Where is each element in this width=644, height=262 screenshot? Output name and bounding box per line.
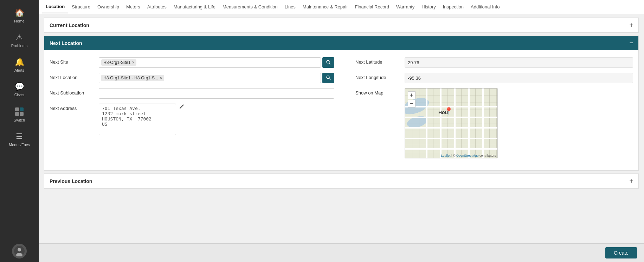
next-latitude-label: Next Latitude [355, 57, 405, 65]
tab-financial[interactable]: Financial Record [351, 1, 393, 13]
tab-navigation: Location Structure Ownership Meters Attr… [39, 0, 644, 14]
tab-location[interactable]: Location [42, 0, 68, 13]
current-location-expand-icon[interactable]: + [629, 21, 633, 29]
next-address-textarea[interactable]: 701 Texas Ave. 1232 mark street HOUSTON,… [99, 104, 176, 135]
show-on-map-label: Show on Map [355, 88, 405, 96]
map-road-v5 [482, 89, 484, 158]
next-location-title: Next Location [50, 40, 82, 46]
sidebar-item-home[interactable]: 🏠 Home [0, 4, 39, 28]
map-road-v2 [440, 89, 442, 158]
tab-lines[interactable]: Lines [281, 1, 299, 13]
map-pin: 📍 [444, 107, 453, 115]
svg-line-8 [329, 63, 331, 64]
map-zoom-in-button[interactable]: + [408, 91, 416, 99]
next-longitude-input[interactable] [405, 73, 633, 83]
svg-rect-1 [20, 107, 24, 111]
svg-rect-2 [15, 112, 19, 116]
current-location-header[interactable]: Current Location + [44, 18, 638, 32]
svg-point-5 [18, 248, 21, 251]
svg-point-7 [327, 60, 329, 63]
sidebar-item-alerts[interactable]: 🔔 Alerts [0, 53, 39, 77]
next-sublocation-input[interactable] [99, 88, 334, 99]
previous-location-title: Previous Location [50, 178, 92, 184]
next-longitude-control [405, 73, 633, 83]
svg-rect-0 [15, 107, 19, 111]
tab-warranty[interactable]: Warranty [393, 1, 418, 13]
previous-location-expand-icon[interactable]: + [629, 177, 633, 185]
tab-ownership[interactable]: Ownership [94, 1, 123, 13]
next-location-input[interactable]: H8-Org1-Site1 - H8-Org1-S... × [99, 73, 321, 83]
tab-inspection[interactable]: Inspection [439, 1, 467, 13]
tab-meters[interactable]: Meters [123, 1, 144, 13]
tab-additional[interactable]: Additional Info [467, 1, 503, 13]
next-site-label: Next Site [50, 57, 99, 65]
next-sublocation-label: Next Sublocation [50, 88, 99, 96]
map-road-v4 [468, 89, 470, 158]
next-address-edit-button[interactable] [178, 104, 185, 111]
next-location-label: Next Location [50, 73, 99, 80]
next-sublocation-row: Next Sublocation [50, 88, 334, 99]
next-site-search-button[interactable] [322, 57, 334, 68]
next-location-tag: H8-Org1-Site1 - H8-Org1-S... × [101, 75, 164, 81]
map-zoom-out-button[interactable]: − [408, 100, 416, 107]
sidebar-item-chats[interactable]: 💬 Chats [0, 77, 39, 102]
current-location-section: Current Location + [44, 18, 639, 33]
next-location-tag-value: H8-Org1-Site1 - H8-Org1-S... [103, 76, 158, 80]
svg-rect-3 [20, 112, 24, 116]
tab-attributes[interactable]: Attributes [144, 1, 170, 13]
sidebar-item-label: Alerts [14, 68, 24, 72]
next-longitude-row: Next Longitude [355, 73, 633, 83]
left-column: Next Site H8-Org1-Site1 × [50, 57, 334, 163]
map-road-v3 [454, 89, 456, 158]
sidebar-item-label: Switch [14, 118, 25, 122]
home-icon: 🏠 [15, 8, 24, 18]
chat-icon: 💬 [15, 82, 24, 91]
map-controls: + − [408, 91, 416, 107]
warning-icon: ⚠ [16, 33, 23, 42]
osm-link[interactable]: OpenStreetMap [456, 154, 479, 157]
tab-measurements[interactable]: Measurements & Condition [219, 1, 281, 13]
next-site-tag-value: H8-Org1-Site1 [103, 60, 130, 65]
map-wrapper: Hou 📍 + − [405, 88, 498, 158]
next-latitude-row: Next Latitude [355, 57, 633, 68]
main-content: Location Structure Ownership Meters Attr… [39, 0, 644, 262]
avatar[interactable] [12, 244, 27, 258]
svg-line-10 [329, 78, 331, 80]
sidebar-item-problems[interactable]: ⚠ Problems [0, 28, 39, 53]
next-location-tag-remove[interactable]: × [160, 76, 162, 80]
previous-location-header[interactable]: Previous Location + [44, 174, 638, 188]
next-location-collapse-icon[interactable]: − [629, 39, 633, 47]
next-site-input[interactable]: H8-Org1-Site1 × [99, 57, 321, 68]
next-location-row: Next Location H8-Org1-Site1 - H8-Org1-S.… [50, 73, 334, 83]
bottom-bar: Create [39, 243, 644, 262]
next-site-control: H8-Org1-Site1 × [99, 57, 334, 68]
tab-manufacturing[interactable]: Manufacturing & Life [170, 1, 219, 13]
sidebar-item-label: Menus/Favs [9, 143, 30, 147]
sidebar-item-menus[interactable]: ☰ Menus/Favs [0, 127, 39, 152]
next-location-form-grid: Next Site H8-Org1-Site1 × [50, 57, 633, 163]
map-container[interactable]: Hou 📍 + − [405, 88, 498, 158]
next-address-label: Next Address [50, 104, 99, 111]
map-road-v1 [426, 89, 427, 158]
sidebar-item-label: Home [14, 19, 24, 23]
create-button[interactable]: Create [605, 247, 637, 258]
bell-icon: 🔔 [15, 58, 24, 67]
sidebar-item-switch[interactable]: Switch [0, 102, 39, 127]
next-location-search-button[interactable] [322, 73, 334, 83]
current-location-title: Current Location [50, 22, 89, 28]
next-latitude-input[interactable] [405, 57, 633, 68]
next-site-tag-remove[interactable]: × [132, 60, 134, 65]
leaflet-link[interactable]: Leaflet [441, 154, 450, 157]
tab-maintenance[interactable]: Maintenance & Repair [299, 1, 352, 13]
map-attribution: Leaflet | © OpenStreetMap contributors [441, 154, 496, 157]
next-location-header[interactable]: Next Location − [44, 36, 638, 50]
right-column: Next Latitude Next Longitude [348, 57, 633, 163]
svg-point-9 [327, 76, 329, 79]
tab-history[interactable]: History [418, 1, 439, 13]
next-location-body: Next Site H8-Org1-Site1 × [44, 50, 638, 170]
attribution-separator: | © [451, 154, 456, 157]
menu-icon: ☰ [16, 132, 23, 141]
tab-structure[interactable]: Structure [68, 1, 94, 13]
next-address-row: Next Address 701 Texas Ave. 1232 mark st… [50, 104, 334, 135]
switch-icon [14, 107, 24, 117]
